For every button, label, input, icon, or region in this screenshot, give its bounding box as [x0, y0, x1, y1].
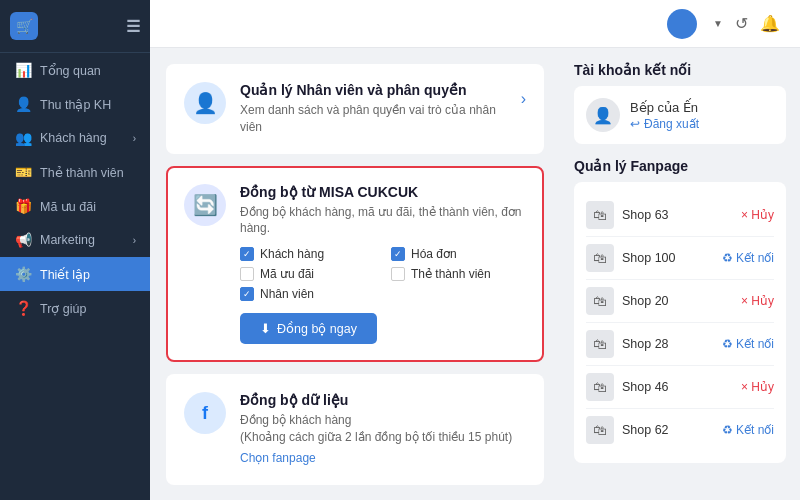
card-desc: Đồng bộ khách hàng, mã ưu đãi, thẻ thành… — [240, 204, 526, 238]
sidebar-label-the-thanh-vien: Thẻ thành viên — [40, 165, 124, 180]
sidebar-icon-tro-giup: ❓ — [14, 300, 32, 316]
fanpage-shop-icon: 🛍 — [586, 330, 614, 358]
checkbox-label: Nhân viên — [260, 287, 314, 301]
content-area: 👤 Quản lý Nhân viên và phân quyền Xem da… — [150, 48, 800, 500]
sidebar-item-ma-uu-dai[interactable]: 🎁 Mã ưu đãi — [0, 189, 150, 223]
account-card: 👤 Bếp của Ến ↩ Đăng xuất — [574, 86, 786, 144]
sidebar-icon-marketing: 📢 — [14, 232, 32, 248]
sidebar-item-khach-hang[interactable]: 👥 Khách hàng › — [0, 121, 150, 155]
logout-link[interactable]: ↩ Đăng xuất — [630, 117, 699, 131]
card-icon-wrap: 🔄 — [184, 184, 226, 226]
fanpage-name: Shop 28 — [622, 337, 714, 351]
user-badge[interactable]: ▼ — [667, 9, 723, 39]
fanpage-item: 🛍 Shop 63 × Hủy — [586, 194, 774, 237]
hamburger-icon[interactable]: ☰ — [126, 17, 140, 36]
checkbox-box[interactable] — [240, 267, 254, 281]
sidebar-item-thiet-lap[interactable]: ⚙️ Thiết lập — [0, 257, 150, 291]
checkbox-item[interactable]: ✓ Khách hàng — [240, 247, 375, 261]
fanpage-section: Quản lý Fanpage 🛍 Shop 63 × Hủy 🛍 Shop 1… — [574, 158, 786, 463]
sidebar-logo: 🛒 ☰ — [0, 0, 150, 53]
checkbox-box[interactable] — [391, 267, 405, 281]
sidebar-icon-ma-uu-dai: 🎁 — [14, 198, 32, 214]
card-icon: 🔄 — [193, 193, 218, 217]
sidebar-icon-thiet-lap: ⚙️ — [14, 266, 32, 282]
sidebar-item-the-thanh-vien[interactable]: 🎫 Thẻ thành viên — [0, 155, 150, 189]
card-dong-bo-cukcuk[interactable]: 🔄 Đồng bộ từ MISA CUKCUK Đồng bộ khách h… — [166, 166, 544, 363]
logo-icon: 🛒 — [10, 12, 38, 40]
sidebar-icon-the-thanh-vien: 🎫 — [14, 164, 32, 180]
fanpage-action-connect[interactable]: ♻ Kết nối — [722, 251, 774, 265]
card-title: Đồng bộ dữ liệu — [240, 392, 526, 408]
fanpage-action-connect[interactable]: ♻ Kết nối — [722, 337, 774, 351]
checkbox-item[interactable]: ✓ Nhân viên — [240, 287, 375, 301]
checkbox-item[interactable]: ✓ Hóa đơn — [391, 247, 526, 261]
sidebar-item-tro-giup[interactable]: ❓ Trợ giúp — [0, 291, 150, 325]
checkbox-box[interactable]: ✓ — [391, 247, 405, 261]
fanpage-item: 🛍 Shop 46 × Hủy — [586, 366, 774, 409]
checkbox-grid: ✓ Khách hàng ✓ Hóa đơn Mã ưu đãi Thẻ thà… — [240, 247, 526, 301]
checkbox-label: Hóa đơn — [411, 247, 457, 261]
logout-label: Đăng xuất — [644, 117, 699, 131]
checkbox-item[interactable]: Thẻ thành viên — [391, 267, 526, 281]
checkbox-label: Mã ưu đãi — [260, 267, 314, 281]
card-dong-bo-du-lieu[interactable]: f Đồng bộ dữ liệu Đồng bộ khách hàng(Kho… — [166, 374, 544, 484]
fanpage-name: Shop 62 — [622, 423, 714, 437]
fanpage-section-title: Quản lý Fanpage — [574, 158, 786, 174]
left-panel: 👤 Quản lý Nhân viên và phân quyền Xem da… — [150, 48, 560, 500]
card-title: Đồng bộ từ MISA CUKCUK — [240, 184, 526, 200]
sidebar-label-thu-thap-kh: Thu thập KH — [40, 97, 111, 112]
sidebar: 🛒 ☰ 📊 Tổng quan 👤 Thu thập KH 👥 Khách hà… — [0, 0, 150, 500]
fanpage-item: 🛍 Shop 20 × Hủy — [586, 280, 774, 323]
fanpage-action-cancel[interactable]: × Hủy — [741, 294, 774, 308]
account-section-title: Tài khoản kết nối — [574, 62, 786, 78]
checkbox-label: Thẻ thành viên — [411, 267, 491, 281]
bell-icon[interactable]: 🔔 — [760, 14, 780, 33]
fanpage-name: Shop 46 — [622, 380, 733, 394]
sidebar-label-tro-giup: Trợ giúp — [40, 301, 86, 316]
checkbox-box[interactable]: ✓ — [240, 247, 254, 261]
download-icon: ⬇ — [260, 321, 271, 336]
checkbox-label: Khách hàng — [260, 247, 324, 261]
sync-button[interactable]: ⬇ Đồng bộ ngay — [240, 313, 377, 344]
sidebar-icon-khach-hang: 👥 — [14, 130, 32, 146]
fanpage-action-cancel[interactable]: × Hủy — [741, 208, 774, 222]
account-info: Bếp của Ến ↩ Đăng xuất — [630, 100, 699, 131]
sidebar-label-tong-quan: Tổng quan — [40, 63, 101, 78]
card-body: Quản lý Nhân viên và phân quyền Xem danh… — [240, 82, 507, 136]
sidebar-label-thiet-lap: Thiết lập — [40, 267, 90, 282]
sidebar-item-thu-thap-kh[interactable]: 👤 Thu thập KH — [0, 87, 150, 121]
card-title: Quản lý Nhân viên và phân quyền — [240, 82, 507, 98]
fanpage-item: 🛍 Shop 28 ♻ Kết nối — [586, 323, 774, 366]
fanpage-action-connect[interactable]: ♻ Kết nối — [722, 423, 774, 437]
fanpage-shop-icon: 🛍 — [586, 244, 614, 272]
fanpage-list-container: 🛍 Shop 63 × Hủy 🛍 Shop 100 ♻ Kết nối 🛍 S… — [574, 182, 786, 463]
checkbox-box[interactable]: ✓ — [240, 287, 254, 301]
card-icon-wrap: f — [184, 392, 226, 434]
checkbox-item[interactable]: Mã ưu đãi — [240, 267, 375, 281]
card-desc: Đồng bộ khách hàng(Khoảng cách giữa 2 lầ… — [240, 412, 526, 446]
fanpage-shop-icon: 🛍 — [586, 201, 614, 229]
sidebar-item-marketing[interactable]: 📢 Marketing › — [0, 223, 150, 257]
main-area: ▼ ↺ 🔔 👤 Quản lý Nhân viên và phân quyền … — [150, 0, 800, 500]
card-quan-ly-nhan-vien[interactable]: 👤 Quản lý Nhân viên và phân quyền Xem da… — [166, 64, 544, 154]
user-avatar — [667, 9, 697, 39]
sidebar-label-ma-uu-dai: Mã ưu đãi — [40, 199, 96, 214]
fanpage-item: 🛍 Shop 62 ♻ Kết nối — [586, 409, 774, 451]
arrow-icon: › — [521, 90, 526, 108]
fanpage-name: Shop 63 — [622, 208, 733, 222]
account-avatar: 👤 — [586, 98, 620, 132]
header: ▼ ↺ 🔔 — [150, 0, 800, 48]
facebook-icon: f — [202, 403, 208, 424]
chevron-down-icon: ▼ — [713, 18, 723, 29]
fanpage-shop-icon: 🛍 — [586, 416, 614, 444]
chevron-icon: › — [133, 235, 136, 246]
logout-icon: ↩ — [630, 117, 640, 131]
card-body: Đồng bộ dữ liệu Đồng bộ khách hàng(Khoản… — [240, 392, 526, 466]
fanpage-name: Shop 20 — [622, 294, 733, 308]
refresh-icon[interactable]: ↺ — [735, 14, 748, 33]
right-panel: Tài khoản kết nối 👤 Bếp của Ến ↩ Đăng xu… — [560, 48, 800, 500]
sidebar-item-tong-quan[interactable]: 📊 Tổng quan — [0, 53, 150, 87]
sidebar-label-marketing: Marketing — [40, 233, 95, 247]
fanpage-action-cancel[interactable]: × Hủy — [741, 380, 774, 394]
sidebar-icon-thu-thap-kh: 👤 — [14, 96, 32, 112]
